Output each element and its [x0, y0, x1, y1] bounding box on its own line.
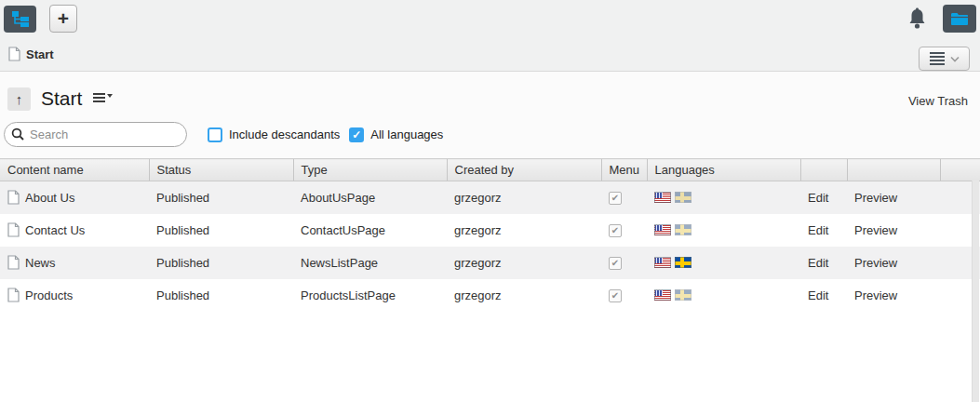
- include-descendants-label: Include descandants: [229, 127, 340, 141]
- search-box: [4, 122, 187, 147]
- col-preview: [847, 159, 940, 181]
- page-icon: [7, 288, 20, 302]
- tree-structure-icon: [11, 10, 30, 27]
- languages-cell: [654, 224, 800, 235]
- se-flag-icon: [675, 224, 691, 235]
- edit-link[interactable]: Edit: [808, 256, 828, 270]
- view-trash-link[interactable]: View Trash: [908, 94, 968, 108]
- languages-cell: [654, 192, 800, 203]
- created-by-cell: grzegorz: [447, 214, 601, 247]
- all-languages-label: All languages: [370, 127, 443, 141]
- include-descendants-checkbox[interactable]: [208, 127, 222, 142]
- view-header: ↑ Start View Trash Include descandants A…: [0, 72, 980, 158]
- page-icon: [7, 222, 20, 237]
- filter-row: Include descandants All languages: [0, 122, 980, 147]
- add-content-button[interactable]: +: [49, 5, 77, 33]
- edit-link[interactable]: Edit: [808, 191, 828, 205]
- us-flag-icon: [654, 192, 671, 203]
- title-row: ↑ Start: [0, 72, 980, 111]
- created-by-cell: grzegorz: [447, 181, 601, 214]
- menu-checkbox: [609, 192, 622, 205]
- col-created-by: Created by: [447, 159, 601, 181]
- table-body: About Us Published AboutUsPage grzegorz …: [0, 181, 980, 312]
- top-toolbar: +: [0, 0, 980, 37]
- search-input[interactable]: [4, 122, 187, 147]
- se-flag-icon: [675, 289, 691, 301]
- list-settings-icon[interactable]: [93, 93, 112, 104]
- chevron-down-icon: [950, 56, 960, 62]
- preview-link[interactable]: Preview: [854, 223, 897, 237]
- page-icon: [7, 190, 20, 205]
- type-cell: AboutUsPage: [293, 181, 447, 214]
- col-type: Type: [293, 159, 447, 181]
- folder-icon: [950, 12, 969, 26]
- col-status: Status: [149, 159, 293, 181]
- nav-toggle-button[interactable]: [4, 6, 36, 33]
- status-cell: Published: [149, 181, 293, 214]
- view-options-dropdown[interactable]: [919, 47, 970, 71]
- type-cell: NewsListPage: [293, 247, 447, 279]
- created-by-cell: grzegorz: [447, 247, 601, 279]
- page-icon: [8, 47, 20, 61]
- table-row[interactable]: Products Published ProductsListPage grze…: [0, 279, 980, 312]
- col-extra: [940, 159, 980, 181]
- notifications-button[interactable]: [907, 7, 927, 30]
- go-up-button[interactable]: ↑: [7, 87, 31, 111]
- created-by-cell: grzegorz: [447, 279, 601, 312]
- col-edit: [800, 159, 847, 181]
- col-languages: Languages: [647, 159, 800, 181]
- se-flag-icon: [675, 192, 691, 203]
- menu-checkbox: [609, 289, 622, 302]
- all-languages-checkbox[interactable]: [349, 127, 364, 142]
- status-cell: Published: [149, 247, 293, 279]
- us-flag-icon: [654, 257, 671, 268]
- edit-link[interactable]: Edit: [808, 288, 828, 302]
- col-menu: Menu: [601, 159, 647, 181]
- se-flag-icon: [675, 257, 691, 268]
- bell-icon: [907, 7, 927, 30]
- content-name-cell[interactable]: About Us: [7, 190, 149, 205]
- all-languages-group: All languages: [349, 127, 443, 142]
- hamburger-icon: [930, 52, 945, 65]
- status-cell: Published: [149, 279, 293, 312]
- table-row[interactable]: About Us Published AboutUsPage grzegorz …: [0, 181, 980, 214]
- languages-cell: [654, 289, 800, 301]
- languages-cell: [654, 257, 800, 268]
- content-table: Content name Status Type Created by Menu…: [0, 158, 980, 312]
- type-cell: ProductsListPage: [293, 279, 447, 312]
- breadcrumb[interactable]: Start: [0, 37, 980, 71]
- content-name-cell[interactable]: Products: [7, 288, 149, 302]
- breadcrumb-label: Start: [26, 47, 54, 61]
- edit-link[interactable]: Edit: [808, 223, 828, 237]
- status-cell: Published: [149, 214, 293, 247]
- type-cell: ContactUsPage: [293, 214, 447, 247]
- preview-link[interactable]: Preview: [854, 288, 897, 302]
- vertical-scrollbar[interactable]: [972, 181, 979, 402]
- us-flag-icon: [654, 289, 671, 301]
- table-header-row: Content name Status Type Created by Menu…: [0, 159, 980, 181]
- assets-pane-button[interactable]: [943, 5, 976, 33]
- us-flag-icon: [654, 224, 671, 235]
- col-content-name: Content name: [0, 159, 149, 181]
- preview-link[interactable]: Preview: [854, 256, 897, 270]
- page-title: Start: [41, 87, 82, 110]
- page-icon: [7, 255, 20, 270]
- search-icon: [11, 127, 25, 144]
- menu-checkbox: [609, 224, 622, 237]
- table-row[interactable]: Contact Us Published ContactUsPage grzeg…: [0, 214, 980, 247]
- arrow-up-icon: ↑: [16, 91, 23, 107]
- content-name-cell[interactable]: News: [7, 255, 149, 270]
- top-chrome: + St: [0, 0, 980, 72]
- include-descendants-group: Include descandants: [208, 127, 340, 142]
- preview-link[interactable]: Preview: [854, 191, 897, 205]
- menu-checkbox: [609, 257, 622, 270]
- content-name-cell[interactable]: Contact Us: [7, 222, 149, 237]
- table-row[interactable]: News Published NewsListPage grzegorz Edi…: [0, 247, 980, 279]
